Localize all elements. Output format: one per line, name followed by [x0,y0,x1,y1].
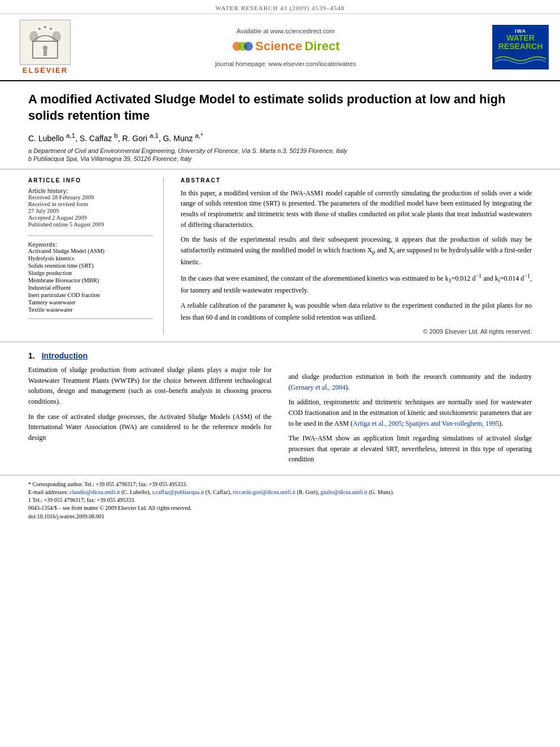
svg-point-8 [50,28,52,30]
ref-spanjers[interactable]: Spanjers and Van-rolleghem, 1995 [405,420,499,427]
footnotes-section: * Corresponding author. Tel.: +39 055 47… [0,475,560,519]
affiliation-b: b Publiacqua Spa, Via Villamagna 39, 501… [28,155,532,162]
sd-science-text: Science [255,39,302,54]
svg-point-2 [29,31,38,42]
wr-title-text: WATERRESEARCH [495,34,546,51]
footnote-corresponding: * Corresponding author. Tel.: +39 055 47… [28,481,532,487]
keyword-8: Textile wastewater [28,307,153,313]
banner-center: Available at www.sciencedirect.com Scien… [79,28,492,67]
introduction-right: and sludge production estimation in both… [288,351,532,469]
received-1: Received 28 February 2009 [28,194,153,200]
keyword-7: Tannery wastewater [28,299,153,305]
ref-gernaey[interactable]: Gernaey et al., 2004 [291,383,345,391]
elsevier-wordmark: ELSEVIER [23,66,68,75]
abstract-p3: In the cases that were examined, the con… [181,272,532,295]
main-content: 1.Introduction Estimation of sludge prod… [0,342,560,469]
info-separator [28,235,153,236]
available-text: Available at www.sciencedirect.com [79,28,492,34]
author-lubello: C. Lubello a,1, [28,134,80,143]
article-info-column: ARTICLE INFO Article history: Received 2… [28,177,164,335]
keywords-label: Keywords: [28,242,153,248]
content-section: ARTICLE INFO Article history: Received 2… [0,169,560,335]
paper-title-section: A modified Activated Sludge Model to est… [0,81,560,169]
footnote-tel: 1 Tel.: +39 055 4796317; fax: +39 055 49… [28,497,532,503]
copyright-notice: © 2009 Elsevier Ltd. All rights reserved… [181,328,532,335]
sciencedirect-logo: ScienceDirect [231,38,340,55]
sd-circles-icon [231,38,253,55]
abstract-column: ABSTRACT In this paper, a modified versi… [181,177,532,335]
abstract-p1: In this paper, a modified version of the… [181,188,532,230]
top-banner: ELSEVIER Available at www.sciencedirect.… [0,14,560,81]
received-2-date: 27 July 2009 [28,208,153,214]
abstract-text: In this paper, a modified version of the… [181,188,532,322]
svg-point-7 [44,26,46,28]
footnote-email: E-mail addresses: claudio@dicea.unifi.it… [28,489,532,495]
email-lubello[interactable]: claudio@dicea.unifi.it [69,489,120,495]
introduction-right-text: and sludge production estimation in both… [288,372,532,465]
elsevier-tree-graphic [20,20,71,65]
keyword-4: Membrane Bioreactor (MBR) [28,277,153,283]
abstract-p4: A reliable calibration of the parameter … [181,300,532,322]
affiliation-a: a Department of Civil and Environmental … [28,147,532,154]
email-gori[interactable]: riccardo.gori@dicea.unifi.it [233,489,295,495]
sd-direct-text: Direct [304,39,339,54]
svg-point-3 [52,31,61,42]
keyword-3: Sludge production [28,270,153,276]
history-label: Article history: [28,188,153,194]
received-2: Received in revised form [28,201,153,207]
affiliations: a Department of Civil and Environmental … [28,147,532,162]
article-info-heading: ARTICLE INFO [28,177,153,184]
keyword-1: Hydrolysis kinetics [28,255,153,261]
intro-p5: The IWA-ASM show an application limit re… [288,433,532,465]
footnote-doi: doi:10.1016/j.watres.2009.08.001 [28,513,532,519]
keyword-5: Industrial effluent [28,285,153,291]
email-caffaz[interactable]: s.caffaz@publiacqua.it [152,489,204,495]
intro-p2: In the case of activated sludge processe… [28,412,272,443]
keyword-0: Activated Sludge Model (ASM) [28,248,153,254]
keywords-list: Activated Sludge Model (ASM) Hydrolysis … [28,248,153,313]
published-date: Published online 5 August 2009 [28,221,153,228]
section-1-title: 1.Introduction [28,351,272,360]
article-history-block: Article history: Received 28 February 20… [28,188,153,228]
introduction-left-text: Estimation of sludge production from act… [28,365,272,443]
paper-main-title: A modified Activated Sludge Model to est… [28,91,532,124]
keywords-separator [28,318,153,319]
intro-p4: In addition, respirometric and titrimetr… [288,397,532,429]
abstract-p2: On the basis of the experimental results… [181,234,532,267]
accepted-date: Accepted 2 August 2009 [28,215,153,221]
journal-header-text: WATER RESEARCH 43 (2009) 4539–4548 [216,5,345,11]
introduction-left: 1.Introduction Estimation of sludge prod… [28,351,272,469]
homepage-text: journal homepage: www.elsevier.com/locat… [79,60,492,67]
svg-rect-5 [43,50,47,56]
keywords-section: Keywords: Activated Sludge Model (ASM) H… [28,242,153,313]
ref-artiga[interactable]: Artiga et al., 2005 [353,420,402,427]
intro-p3: and sludge production estimation in both… [288,372,532,392]
intro-p1: Estimation of sludge production from act… [28,365,272,407]
footnote-copyright: 0043-1354/$ – see front matter © 2009 El… [28,505,532,511]
email-munz[interactable]: giulio@dicea.unifi.it [321,489,368,495]
section-1-label: Introduction [42,351,88,360]
svg-point-6 [38,28,41,30]
authors-line: C. Lubello a,1, S. Caffaz b, R. Gori a,1… [28,132,532,143]
journal-header: WATER RESEARCH 43 (2009) 4539–4548 [0,0,560,14]
author-munz: G. Munz a,* [163,134,203,143]
keyword-6: Inert particulate COD fraction [28,292,153,298]
water-research-badge: IWA WATERRESEARCH [492,25,549,70]
svg-point-4 [43,46,47,50]
keyword-2: Solids retention time (SRT) [28,263,153,269]
section-1-number: 1. [28,351,35,360]
elsevier-logo: ELSEVIER [11,20,79,75]
wr-waves-icon [495,53,546,66]
abstract-heading: ABSTRACT [181,177,532,184]
author-caffaz: S. Caffaz b, [80,134,122,143]
svg-point-11 [244,42,253,51]
introduction-two-col: 1.Introduction Estimation of sludge prod… [28,351,532,469]
author-gori: R. Gori a,1, [122,134,163,143]
